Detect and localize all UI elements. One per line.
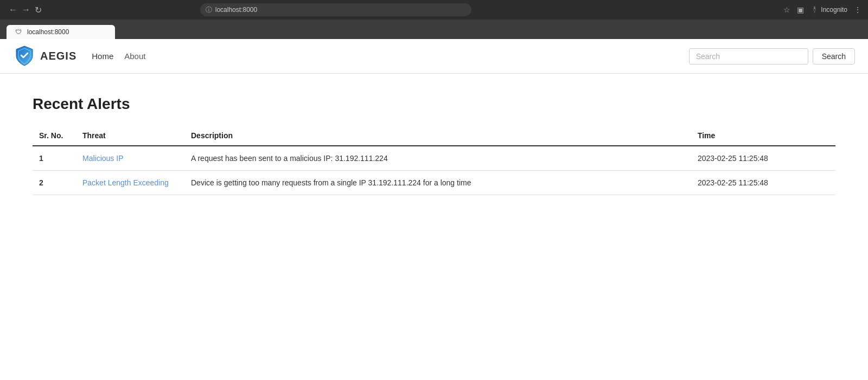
star-icon[interactable]: ☆	[783, 5, 790, 14]
nav-links: Home About	[92, 51, 145, 61]
search-input[interactable]	[689, 48, 808, 65]
row1-sr: 1	[33, 146, 76, 171]
alerts-table: Sr. No. Threat Description Time 1 Malici…	[33, 126, 835, 195]
row1-desc-text: A request has been sent to a malicious I…	[191, 154, 388, 163]
col-time: Time	[691, 126, 835, 146]
incognito-icon: 🕴	[810, 6, 819, 14]
incognito-badge: 🕴 Incognito	[810, 6, 847, 14]
row2-threat: Packet Length Exceeding	[76, 171, 184, 195]
back-button[interactable]: ←	[9, 5, 17, 15]
table-body: 1 Malicious IP A request has been sent t…	[33, 146, 835, 195]
aegis-shield-icon	[13, 44, 36, 69]
main-content: Recent Alerts Sr. No. Threat Description…	[0, 74, 868, 380]
tab-title: localhost:8000	[27, 28, 69, 36]
address-bar[interactable]: ⓘ localhost:8000	[200, 3, 471, 16]
browser-nav[interactable]: ← → ↻	[9, 5, 42, 15]
table-row: 1 Malicious IP A request has been sent t…	[33, 146, 835, 171]
row1-time: 2023-02-25 11:25:48	[691, 146, 835, 171]
url-text: localhost:8000	[215, 6, 257, 14]
nav-home[interactable]: Home	[92, 51, 113, 61]
menu-icon[interactable]: ⋮	[854, 5, 861, 14]
window-icon[interactable]: ▣	[797, 5, 804, 14]
app-navbar: AEGIS Home About Search	[0, 39, 868, 74]
browser-chrome: ← → ↻ ⓘ localhost:8000 ☆ ▣ 🕴 Incognito ⋮	[0, 0, 868, 20]
header-row: Sr. No. Threat Description Time	[33, 126, 835, 146]
table-header: Sr. No. Threat Description Time	[33, 126, 835, 146]
browser-right-icons: ☆ ▣ 🕴 Incognito ⋮	[783, 5, 861, 14]
page-title: Recent Alerts	[33, 95, 835, 113]
app-logo: AEGIS	[13, 44, 76, 69]
col-sr-no: Sr. No.	[33, 126, 76, 146]
tab-bar: 🛡 localhost:8000	[0, 20, 868, 39]
app-title: AEGIS	[40, 50, 76, 62]
info-icon: ⓘ	[206, 5, 212, 15]
row2-time: 2023-02-25 11:25:48	[691, 171, 835, 195]
row2-description: Device is getting too many requests from…	[184, 171, 691, 195]
row2-desc-text: Device is getting too many requests from…	[191, 178, 471, 187]
forward-button[interactable]: →	[22, 5, 30, 15]
row1-threat-link[interactable]: Malicious IP	[82, 154, 123, 163]
col-description: Description	[184, 126, 691, 146]
row2-threat-link[interactable]: Packet Length Exceeding	[82, 178, 169, 187]
nav-about[interactable]: About	[124, 51, 145, 61]
search-button[interactable]: Search	[813, 48, 855, 65]
refresh-button[interactable]: ↻	[35, 5, 42, 15]
row1-description: A request has been sent to a malicious I…	[184, 146, 691, 171]
table-row: 2 Packet Length Exceeding Device is gett…	[33, 171, 835, 195]
row1-threat: Malicious IP	[76, 146, 184, 171]
col-threat: Threat	[76, 126, 184, 146]
row2-sr: 2	[33, 171, 76, 195]
search-area: Search	[689, 48, 855, 65]
tab-favicon: 🛡	[15, 28, 23, 36]
active-tab[interactable]: 🛡 localhost:8000	[7, 25, 115, 39]
